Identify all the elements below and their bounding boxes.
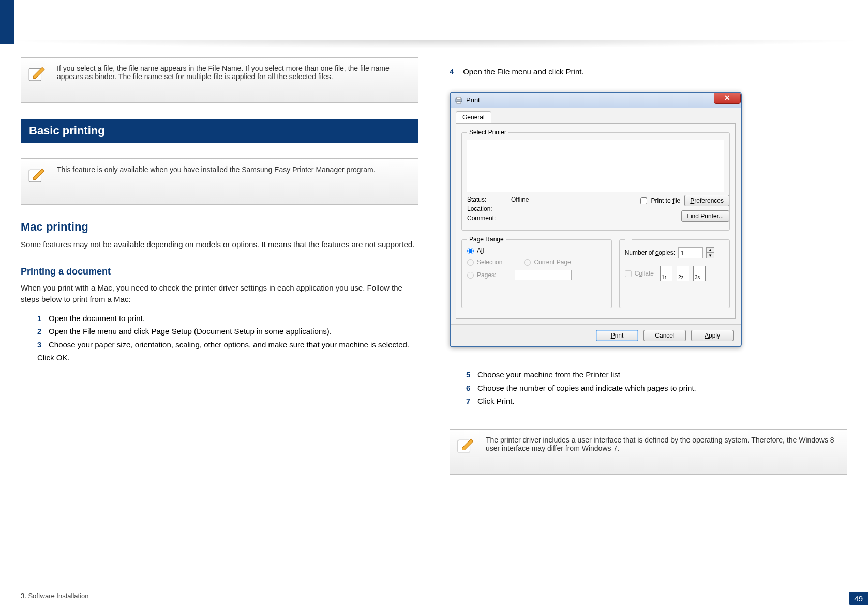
mac-body: Some features may not be available depen… [21,239,418,251]
radio-pages [467,272,474,279]
close-button[interactable]: ✕ [714,92,741,104]
note-box-2: This feature is only available when you … [21,158,418,205]
radio-all-label: All [477,247,484,254]
collate-page-3: 33 [693,266,706,281]
dialog-title: Print [466,96,480,104]
mac-step-3: 3Choose your paper size, orientation, sc… [37,338,418,364]
note-pencil-icon [28,166,46,184]
header-accent [0,0,14,44]
right-column: 4 Open the File menu and click Print. Pr… [450,57,847,583]
dialog-footer: Print Cancel Apply [451,324,741,346]
radio-row-all: All [467,247,606,254]
print-to-file-label: Print to file [651,197,681,204]
status-label: Status: [467,196,511,203]
close-icon: ✕ [724,94,730,102]
mac-step-1: 1Open the document to print. [37,312,418,325]
radio-current-page [524,259,531,266]
copies-fieldset: c Number of copies: ▲ ▼ Collate [619,236,730,308]
tab-strip: General [451,108,741,123]
right-controls-column: Print to file Preferences Find Printer..… [640,195,729,222]
mac-heading: Mac printing [21,220,418,234]
preferences-button[interactable]: Preferences [684,195,729,206]
note-3-text: The printer driver includes a user inter… [486,436,834,452]
note-pencil-icon [28,65,46,83]
mac-sub-heading: Printing a document [21,266,418,277]
note-2-text: This feature is only available when you … [57,165,376,174]
mac-step-2: 2Open the File menu and click Page Setup… [37,325,418,338]
header-shadow [0,40,868,48]
collate-page-1: 11 [660,266,672,281]
cancel-button[interactable]: Cancel [643,330,686,341]
copies-spinner[interactable]: ▲ ▼ [706,247,714,258]
select-printer-legend: Select Printer [467,129,508,136]
print-button[interactable]: Print [596,330,638,341]
collate-icons: 11 22 33 [660,266,706,281]
footer-text: 3. Software Installation [21,592,89,600]
radio-pages-label: Pages: [477,271,496,279]
page-range-fieldset: Page Range All Selection Current Page [461,236,612,308]
page-number: 49 [854,594,863,603]
page-number-badge: 49 [849,592,868,605]
spin-down-button[interactable]: ▼ [706,253,714,258]
note-box-3: The printer driver includes a user inter… [450,429,847,475]
left-column: If you select a file, the file name appe… [21,57,418,583]
comment-label: Comment: [467,215,511,222]
find-printer-button[interactable]: Find Printer... [681,210,729,222]
right-step-6: 6Choose the number of copies and indicat… [466,382,847,395]
print-to-file-checkbox[interactable] [640,197,647,204]
copies-input[interactable] [678,247,703,258]
radio-selection [467,259,474,266]
radio-selection-label: Selection [477,258,502,266]
collate-label: Collate [635,270,654,277]
right-step-7: 7Click Print. [466,394,847,408]
dialog-body: Select Printer Status: Offline Location:… [456,123,736,319]
status-value: Offline [511,196,529,203]
svg-rect-4 [457,102,461,103]
apply-button[interactable]: Apply [691,330,734,341]
note-pencil-icon [457,437,474,454]
svg-rect-3 [457,97,461,99]
dialog-titlebar: Print ✕ [451,93,741,108]
pages-input [515,270,572,280]
page-header [0,0,868,44]
location-label: Location: [467,205,511,212]
right-lead-text: 4 Open the File menu and click Print. [450,67,847,76]
footer-doc-title: 3. Software Installation [21,592,89,600]
section-title: Basic printing [29,124,105,137]
tab-general[interactable]: General [456,111,491,123]
printer-list-area[interactable] [467,140,724,192]
mac-sub-body: When you print with a Mac, you need to c… [21,282,418,306]
right-after-steps: 5Choose your machine from the Printer li… [466,368,847,408]
copies-label: Number of copies: [625,249,675,256]
collate-checkbox [625,270,632,277]
radio-current-label: Current Page [534,258,571,266]
note-box-1: If you select a file, the file name appe… [21,57,418,103]
print-dialog: Print ✕ General Select Printer Status: O… [450,92,742,347]
radio-row-selection: Selection Current Page [467,258,606,266]
spin-up-button[interactable]: ▲ [706,247,714,253]
radio-all[interactable] [467,248,474,254]
printer-icon [455,96,463,104]
radio-row-pages: Pages: [467,270,606,280]
collate-page-2: 22 [677,266,689,281]
right-step-5: 5Choose your machine from the Printer li… [466,368,847,382]
section-bar-basic-printing: Basic printing [21,119,418,143]
page-range-legend: Page Range [467,236,506,243]
mac-steps-list: 1Open the document to print. 2Open the F… [37,312,418,364]
note-1-text: If you select a file, the file name appe… [57,64,390,81]
